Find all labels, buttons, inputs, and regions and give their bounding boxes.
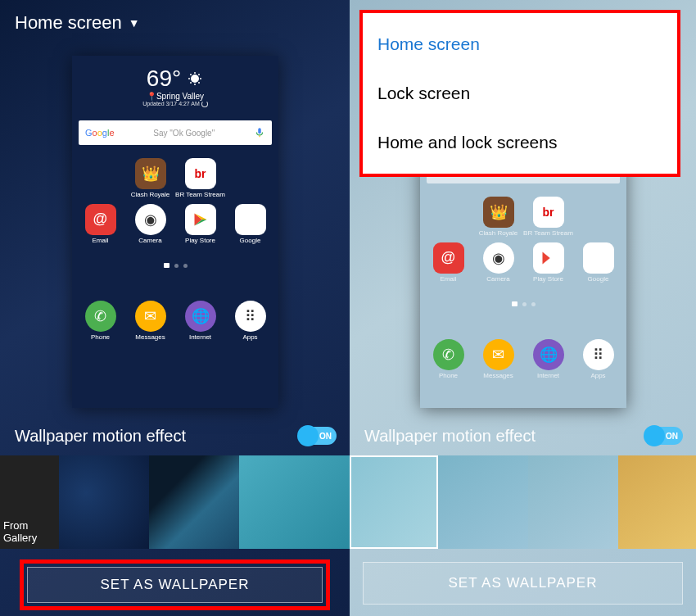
camera-icon: ◉ [135,204,166,235]
screen-target-dropdown[interactable]: Home screen ▼ [0,0,350,45]
app-clash-royale: 👑Clash Royale [473,197,523,238]
weather-widget: 69° 📍Spring Valley Updated 3/17 4:27 AM [72,56,278,112]
set-as-wallpaper-button[interactable]: SET AS WALLPAPER [363,562,683,605]
br-icon: br [533,197,564,228]
messages-icon: ✉ [135,301,166,332]
mic-icon [254,127,265,138]
app-apps: ⠿Apps [225,301,275,342]
wallpaper-thumbnails [350,455,696,549]
wallpaper-thumb-2[interactable] [438,455,528,549]
app-email: @Email [75,204,125,245]
dock: ✆Phone ✉Messages 🌐Internet ⠿Apps [72,296,278,346]
wallpaper-thumb-3[interactable] [528,455,618,549]
app-google: Google [225,204,275,245]
wallpaper-settings-left: Home screen ▼ 69° 📍Spring Valley Updated… [0,0,350,616]
wallpaper-preview: 69° 📍Spring Valley Updated 3/17 4:27 AM … [72,56,278,408]
email-icon: @ [433,242,464,274]
motion-effect-toggle[interactable]: ON [647,427,683,445]
app-email: @Email [423,242,473,283]
temperature: 69° [147,66,181,92]
search-placeholder: Say "Ok Google" [115,129,254,138]
app-camera: ◉Camera [125,204,175,245]
app-br-team-stream: brBR Team Stream [175,158,225,199]
apps-icon: ⠿ [235,301,266,332]
messages-icon: ✉ [483,339,514,370]
clash-icon: 👑 [483,197,514,228]
motion-effect-label: Wallpaper motion effect [15,427,186,446]
app-camera: ◉Camera [473,242,523,283]
app-google: Google [573,242,623,283]
app-apps: ⠿Apps [573,339,623,380]
page-indicator [72,256,278,271]
app-clash-royale: 👑Clash Royale [125,158,175,199]
sun-icon [186,70,204,88]
set-wallpaper-highlight: SET AS WALLPAPER [20,559,330,610]
app-br-team-stream: brBR Team Stream [523,197,573,238]
motion-effect-label: Wallpaper motion effect [364,427,536,446]
internet-icon: 🌐 [185,301,216,332]
wallpaper-thumb-selected[interactable] [350,455,438,549]
app-phone: ✆Phone [423,339,473,380]
wallpaper-thumb-4[interactable] [618,455,696,549]
play-icon [185,204,216,235]
motion-effect-row: Wallpaper motion effect ON [350,418,696,454]
menu-lock-screen[interactable]: Lock screen [363,69,677,118]
app-internet: 🌐Internet [523,339,573,380]
set-wallpaper-wrap: SET AS WALLPAPER [363,562,683,605]
wallpaper-thumbnails: From Gallery [0,455,350,549]
phone-icon: ✆ [433,339,464,370]
updated-text: Updated 3/17 4:27 AM [72,101,278,107]
phone-icon: ✆ [85,301,116,332]
wallpaper-thumb-3[interactable] [239,455,350,549]
page-indicator [420,295,626,310]
internet-icon: 🌐 [533,339,564,370]
wallpaper-thumb-2[interactable] [149,455,239,549]
google-search-bar: Google Say "Ok Google" [79,120,272,145]
camera-icon: ◉ [483,242,514,274]
br-icon: br [185,158,216,189]
app-grid: 👑Clash Royale brBR Team Stream @Email ◉C… [72,153,278,250]
wallpaper-settings-right: 👑Clash Royale brBR Team Stream @Email ◉C… [350,0,696,616]
dropdown-label: Home screen [15,12,122,34]
app-play-store: Play Store [175,204,225,245]
app-internet: 🌐Internet [175,301,225,342]
app-phone: ✆Phone [75,301,125,342]
play-icon [533,242,564,274]
set-as-wallpaper-button[interactable]: SET AS WALLPAPER [27,567,323,603]
location-text: 📍Spring Valley [72,92,278,101]
motion-effect-toggle[interactable]: ON [301,427,337,445]
dock: ✆Phone ✉Messages 🌐Internet ⠿Apps [420,334,626,385]
screen-target-menu: Home screen Lock screen Home and lock sc… [359,10,680,177]
chevron-down-icon: ▼ [129,16,140,29]
google-folder-icon [235,204,266,235]
motion-effect-row: Wallpaper motion effect ON [0,418,350,454]
clash-icon: 👑 [135,158,166,189]
apps-icon: ⠿ [583,339,614,370]
wallpaper-thumb-1[interactable] [59,455,149,549]
app-messages: ✉Messages [473,339,523,380]
refresh-icon [201,101,208,107]
menu-home-screen[interactable]: Home screen [363,20,677,69]
app-grid: 👑Clash Royale brBR Team Stream @Email ◉C… [420,192,626,288]
app-play-store: Play Store [523,242,573,283]
app-messages: ✉Messages [125,301,175,342]
menu-home-and-lock[interactable]: Home and lock screens [363,118,677,167]
google-folder-icon [583,242,614,274]
google-logo: Google [85,128,115,138]
email-icon: @ [85,204,116,235]
from-gallery-thumb[interactable]: From Gallery [0,455,59,549]
